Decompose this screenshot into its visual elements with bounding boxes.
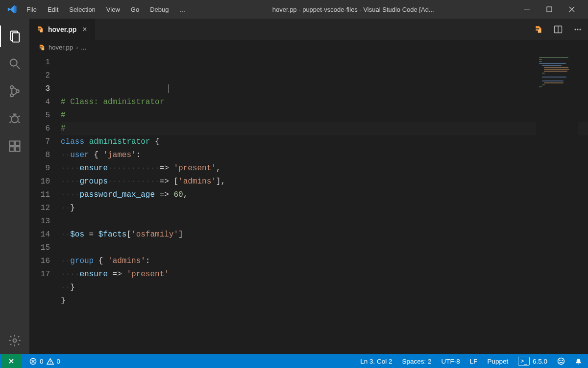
svg-point-15 xyxy=(575,29,576,30)
code-line[interactable]: ····ensure···········=> 'present', xyxy=(61,162,588,175)
code-line[interactable]: ····groups···········=> ['admins'], xyxy=(61,175,588,188)
menu-selection[interactable]: Selection xyxy=(64,4,100,15)
status-indentation[interactable]: Spaces: 2 xyxy=(397,354,436,368)
activity-search[interactable] xyxy=(0,50,29,78)
code-line[interactable]: ····ensure => 'present' xyxy=(61,268,588,281)
code-line[interactable]: class administrator { xyxy=(61,135,588,149)
breadcrumb[interactable]: hover.pp › ... xyxy=(29,40,588,54)
puppet-icon xyxy=(36,26,44,33)
code-line[interactable] xyxy=(61,308,588,321)
window-minimize-button[interactable] xyxy=(515,0,538,19)
line-number-gutter: 1234567891011121314151617 xyxy=(29,54,61,354)
code-line[interactable]: ··user { 'james': xyxy=(61,149,588,162)
chevron-right-icon: › xyxy=(76,44,78,51)
text-cursor xyxy=(169,84,169,93)
menu-debug[interactable]: Debug xyxy=(145,4,173,15)
activity-explorer[interactable] xyxy=(0,23,29,50)
svg-rect-0 xyxy=(524,9,530,9)
code-line[interactable] xyxy=(61,241,588,255)
terminal-icon: >_ xyxy=(518,357,530,366)
status-version[interactable]: >_ 6.5.0 xyxy=(513,354,552,368)
svg-rect-11 xyxy=(10,147,14,151)
code-line[interactable]: # Class: administrator xyxy=(61,96,588,109)
svg-rect-12 xyxy=(15,147,20,151)
svg-rect-9 xyxy=(10,141,14,146)
code-line[interactable]: # xyxy=(61,122,588,135)
code-line[interactable]: ··group { 'admins': xyxy=(61,255,588,268)
svg-point-20 xyxy=(560,360,560,361)
code-content[interactable]: # Class: administrator##class administra… xyxy=(61,54,588,354)
vertical-scrollbar[interactable] xyxy=(579,54,588,354)
activity-bar xyxy=(0,19,29,354)
svg-point-5 xyxy=(10,86,13,89)
menu-file[interactable]: File xyxy=(22,4,42,15)
activity-settings[interactable] xyxy=(0,327,29,354)
breadcrumb-file: hover.pp xyxy=(49,44,73,51)
minimap[interactable] xyxy=(536,54,578,354)
svg-point-4 xyxy=(10,59,17,66)
main-menu: FileEditSelectionViewGoDebug… xyxy=(22,4,191,15)
menu-view[interactable]: View xyxy=(101,4,125,15)
code-editor[interactable]: 1234567891011121314151617 # Class: admin… xyxy=(29,54,588,354)
code-line[interactable]: ··$os = $facts['osfamily'] xyxy=(61,228,588,241)
split-editor-button[interactable] xyxy=(552,23,564,36)
status-error-count: 0 xyxy=(40,358,44,365)
svg-point-19 xyxy=(558,358,564,365)
status-encoding[interactable]: UTF-8 xyxy=(436,354,465,368)
window-close-button[interactable] xyxy=(561,0,583,19)
code-line[interactable]: # xyxy=(61,109,588,122)
svg-rect-1 xyxy=(547,7,552,12)
activity-debug[interactable] xyxy=(0,105,29,132)
code-line[interactable] xyxy=(61,215,588,228)
titlebar: FileEditSelectionViewGoDebug… hover.pp -… xyxy=(0,0,588,19)
status-problems[interactable]: 0 0 xyxy=(24,354,65,368)
tab-filename: hover.pp xyxy=(48,26,76,33)
status-eol[interactable]: LF xyxy=(465,354,483,368)
code-line[interactable]: ··} xyxy=(61,202,588,215)
svg-point-13 xyxy=(13,339,17,342)
menu-edit[interactable]: Edit xyxy=(43,4,63,15)
tab-close-button[interactable]: × xyxy=(80,25,89,34)
svg-point-17 xyxy=(580,29,581,30)
window-title: hover.pp - puppet-vscode-files - Visual … xyxy=(191,6,515,13)
editor-tab[interactable]: hover.pp × xyxy=(29,19,96,40)
status-cursor-position[interactable]: Ln 3, Col 2 xyxy=(355,354,397,368)
status-remote[interactable] xyxy=(1,354,22,368)
code-line[interactable]: } xyxy=(61,294,588,308)
menu-go[interactable]: Go xyxy=(126,4,144,15)
activity-source-control[interactable] xyxy=(0,78,29,105)
svg-point-16 xyxy=(577,29,579,30)
editor-more-actions[interactable] xyxy=(571,23,584,36)
puppet-icon xyxy=(38,44,46,51)
code-line[interactable]: ····password_max_age => 60, xyxy=(61,188,588,202)
svg-rect-3 xyxy=(12,33,19,42)
status-notifications[interactable] xyxy=(570,354,587,368)
status-language[interactable]: Puppet xyxy=(482,354,513,368)
menu-…[interactable]: … xyxy=(174,4,191,15)
editor-area: hover.pp × hover.pp › xyxy=(29,19,588,354)
svg-point-21 xyxy=(562,360,563,361)
status-feedback[interactable] xyxy=(552,354,570,368)
status-bar: 0 0 Ln 3, Col 2 Spaces: 2 UTF-8 LF Puppe… xyxy=(0,354,588,368)
code-line[interactable]: ··} xyxy=(61,281,588,294)
status-warning-count: 0 xyxy=(57,358,61,365)
vscode-logo xyxy=(5,4,20,14)
editor-language-status[interactable] xyxy=(532,23,545,36)
activity-extensions[interactable] xyxy=(0,132,29,160)
svg-point-6 xyxy=(10,94,13,97)
svg-point-8 xyxy=(11,116,18,123)
svg-rect-10 xyxy=(15,141,20,146)
window-maximize-button[interactable] xyxy=(538,0,561,19)
tab-bar: hover.pp × xyxy=(29,19,588,40)
breadcrumb-more: ... xyxy=(81,44,86,51)
